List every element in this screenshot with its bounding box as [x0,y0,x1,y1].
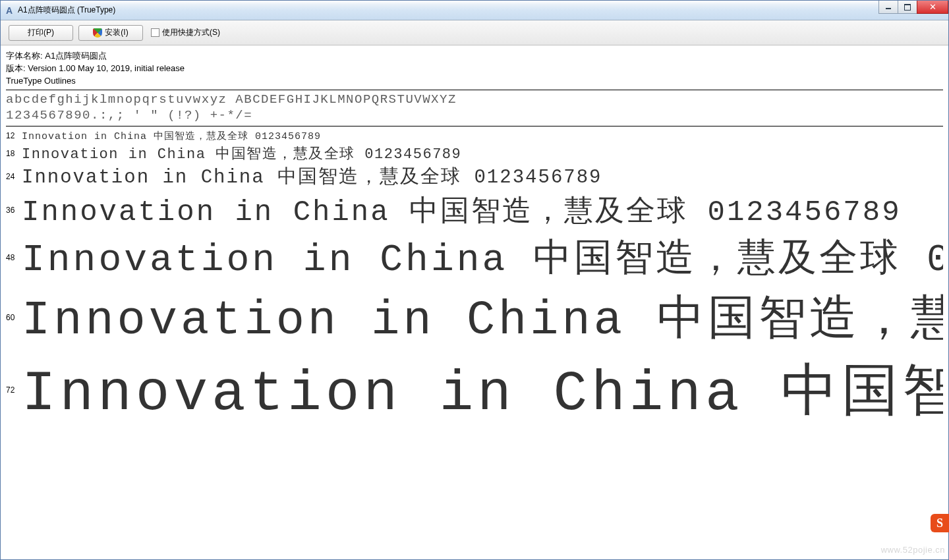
size-label: 48 [6,253,22,262]
specimen-text: Innovation in China 中国智造，慧及全球 0123456789 [22,130,321,142]
print-button[interactable]: 打印(P) [9,25,73,41]
size-label: 36 [6,206,22,215]
shortcut-checkbox[interactable] [151,28,159,37]
shortcut-checkbox-label: 使用快捷方式(S) [162,27,220,38]
size-label: 72 [6,385,22,395]
specimen-row-36: 36 Innovation in China 中国智造，慧及全球 0123456… [6,190,943,231]
size-label: 24 [6,172,22,181]
minimize-button[interactable] [878,1,898,14]
shortcut-checkbox-wrap[interactable]: 使用快捷方式(S) [151,27,220,38]
specimen-row-48: 48 Innovation in China 中国智造，慧及全球 0123456… [6,231,943,285]
charset-line-1: abcdefghijklmnopqrstuvwxyz ABCDEFGHIJKLM… [6,92,943,107]
specimen-text: Innovation in China 中国智造，慧及全球 0123456789 [22,163,602,190]
size-label: 18 [6,149,22,158]
watermark-text: www.52pojie.cn [881,545,945,555]
maximize-button[interactable] [898,1,917,14]
install-button-label: 安装(I) [105,27,128,38]
font-version-line: 版本: Version 1.00 May 10, 2019, initial r… [6,62,943,74]
content-area: 字体名称: A1点阵喷码圆点 版本: Version 1.00 May 10, … [1,45,948,559]
window-controls: ✕ [879,1,948,14]
divider [6,90,943,90]
font-name-line: 字体名称: A1点阵喷码圆点 [6,49,943,62]
toolbar: 打印(P) 安装(I) 使用快捷方式(S) [1,20,948,45]
specimen-text: Innovation in China 中国智造，慧及全球 0123456789 [22,232,943,283]
app-icon: A [4,5,14,16]
uac-shield-icon [93,28,102,38]
close-button[interactable]: ✕ [917,1,948,14]
charset-line-2: 1234567890.:,; ' " (!?) +-*/= [6,107,943,123]
install-button[interactable]: 安装(I) [78,25,143,41]
ime-badge-icon[interactable]: S [931,514,949,532]
titlebar[interactable]: A A1点阵喷码圆点 (TrueType) ✕ [1,1,948,20]
specimen-row-72: 72 Innovation in China 中国智造，慧及全球 0123456… [6,350,943,430]
specimen-row-24: 24 Innovation in China 中国智造，慧及全球 0123456… [6,163,943,190]
specimen-text: Innovation in China 中国智造，慧及全球 0123456789 [22,191,902,230]
specimen-row-18: 18 Innovation in China 中国智造，慧及全球 0123456… [6,144,943,163]
divider [6,126,943,126]
specimen-row-60: 60 Innovation in China 中国智造，慧及全球 0123456… [6,285,943,350]
font-viewer-window: A A1点阵喷码圆点 (TrueType) ✕ 打印(P) 安装(I) 使用快捷… [0,0,949,560]
specimen-text: Innovation in China 中国智造，慧及全球 0123456789 [22,286,943,349]
font-outlines-line: TrueType Outlines [6,74,943,87]
specimen-row-12: 12 Innovation in China 中国智造，慧及全球 0123456… [6,128,943,144]
specimen-text: Innovation in China 中国智造，慧及全球 0123456789 [22,144,461,163]
size-label: 12 [6,131,22,140]
window-title: A1点阵喷码圆点 (TrueType) [18,5,945,16]
print-button-label: 打印(P) [28,27,54,38]
specimen-text: Innovation in China 中国智造，慧及全球 0123456789 [22,352,943,429]
size-label: 60 [6,313,22,322]
